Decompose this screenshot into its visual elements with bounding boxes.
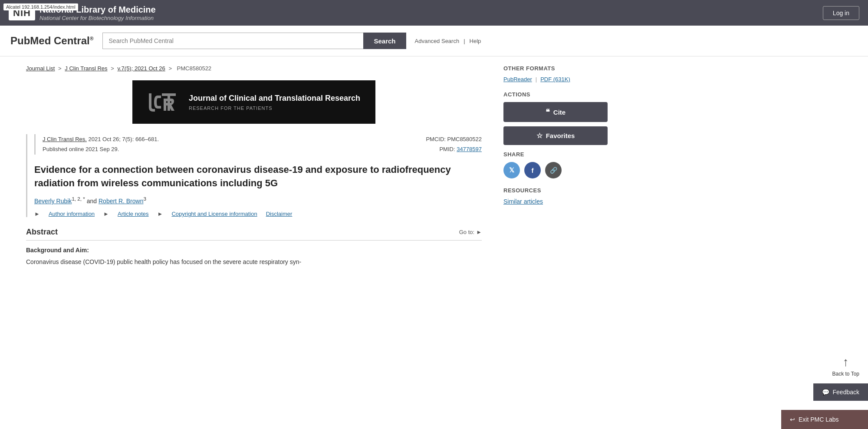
journal-banner-inner: Journal of Clinical and Translational Re…: [132, 80, 375, 124]
other-formats-title: OTHER FORMATS: [503, 65, 608, 72]
published-online: Published online 2021 Sep 29.: [43, 144, 159, 154]
cite-label: Cite: [553, 109, 566, 116]
breadcrumb-journal[interactable]: J Clin Transl Res: [65, 65, 107, 72]
jctr-logo-svg: [145, 89, 180, 115]
favorites-label: Favorites: [546, 132, 575, 139]
pubreader-link[interactable]: PubReader: [503, 76, 532, 82]
article-meta: J Clin Transl Res. 2021 Oct 26; 7(5): 66…: [34, 134, 482, 155]
authors: Beverly Rubik1, 2, * and Robert R. Brown…: [34, 196, 482, 205]
journal-name-block: Journal of Clinical and Translational Re…: [189, 93, 360, 110]
journal-subtitle: RESEARCH FOR THE PATIENTS: [189, 106, 360, 111]
goto-link: Go to: ►: [459, 229, 482, 235]
search-area: PubMed Central® Search Advanced Search |…: [0, 26, 868, 56]
author-info-link[interactable]: Author information: [49, 211, 95, 217]
address-bar: Alcatel 192.168.1.254/index.html: [3, 3, 78, 10]
breadcrumb-pmc: PMC8580522: [177, 65, 212, 72]
pmid-row: PMID: 34778597: [426, 144, 482, 154]
meta-left: J Clin Transl Res. 2021 Oct 26; 7(5): 66…: [43, 134, 159, 155]
abstract-header: Abstract Go to: ►: [26, 228, 482, 241]
abstract-title: Abstract: [26, 228, 58, 237]
share-icons: 𝕏 f 🔗: [503, 162, 608, 178]
search-button[interactable]: Search: [363, 33, 406, 49]
meta-right: PMCID: PMC8580522 PMID: 34778597: [426, 134, 482, 155]
copy-link-button[interactable]: 🔗: [545, 162, 562, 178]
search-form: Search: [102, 33, 406, 49]
citation-text: 2021 Oct 26; 7(5): 666–681.: [89, 136, 159, 142]
disclaimer-link[interactable]: Disclaimer: [266, 211, 293, 217]
facebook-icon: f: [532, 167, 534, 174]
breadcrumb: Journal List > J Clin Transl Res > v.7(5…: [26, 65, 482, 72]
search-links: Advanced Search | Help: [415, 38, 481, 44]
pmcid: PMCID: PMC8580522: [426, 134, 482, 144]
background-text: Coronavirus disease (COVID-19) public he…: [26, 257, 482, 267]
twitter-share-button[interactable]: 𝕏: [503, 162, 520, 178]
quote-icon: ❝: [546, 107, 550, 117]
resources-title: RESOURCES: [503, 187, 608, 194]
star-icon: ☆: [536, 132, 542, 140]
journal-banner: Journal of Clinical and Translational Re…: [26, 80, 482, 124]
similar-articles-link[interactable]: Similar articles: [503, 198, 543, 205]
format-links: PubReader | PDF (631K): [503, 76, 608, 82]
main-container: J Clin Transl Res Journal List > J Clin …: [0, 56, 868, 280]
twitter-icon: 𝕏: [509, 166, 514, 174]
right-sidebar: OTHER FORMATS PubReader | PDF (631K) ACT…: [495, 56, 616, 280]
share-section: SHARE 𝕏 f 🔗: [503, 151, 608, 178]
site-title: PubMed Central®: [10, 35, 94, 47]
link-icon: 🔗: [550, 167, 557, 174]
article-main: Journal List > J Clin Transl Res > v.7(5…: [9, 56, 495, 280]
search-input[interactable]: [102, 33, 364, 49]
article-title: Evidence for a connection between corona…: [34, 163, 482, 190]
advanced-search-link[interactable]: Advanced Search: [415, 38, 460, 44]
breadcrumb-volume[interactable]: v.7(5); 2021 Oct 26: [117, 65, 165, 72]
journal-title: Journal of Clinical and Translational Re…: [189, 93, 360, 103]
cite-button[interactable]: ❝ Cite: [503, 102, 608, 122]
help-link[interactable]: Help: [470, 38, 481, 44]
share-title: SHARE: [503, 151, 608, 158]
resources-section: RESOURCES Similar articles: [503, 187, 608, 205]
login-button[interactable]: Log in: [823, 6, 859, 20]
article-meta-section: J Clin Transl Res. 2021 Oct 26; 7(5): 66…: [26, 134, 482, 217]
pdf-link[interactable]: PDF (631K): [540, 76, 570, 82]
facebook-share-button[interactable]: f: [524, 162, 541, 178]
left-sidebar: J Clin Transl Res: [0, 56, 9, 280]
breadcrumb-journal-list[interactable]: Journal List: [26, 65, 55, 72]
article-notes-link[interactable]: Article notes: [118, 211, 149, 217]
actions-title: ACTIONS: [503, 91, 608, 98]
org-subtitle: National Center for Biotechnology Inform…: [39, 15, 156, 21]
top-nav: NIH National Library of Medicine Nationa…: [0, 0, 868, 26]
favorites-button[interactable]: ☆ Favorites: [503, 126, 608, 145]
pmid-link[interactable]: 34778597: [457, 146, 482, 152]
article-links: ► Author information ► Article notes ► C…: [34, 211, 482, 217]
journal-ref-link[interactable]: J Clin Transl Res.: [43, 136, 87, 142]
copyright-link[interactable]: Copyright and License information: [171, 211, 257, 217]
author2-link[interactable]: Robert R. Brown: [99, 198, 143, 205]
background-heading: Background and Aim:: [26, 247, 482, 254]
author1-link[interactable]: Beverly Rubik: [34, 198, 72, 205]
